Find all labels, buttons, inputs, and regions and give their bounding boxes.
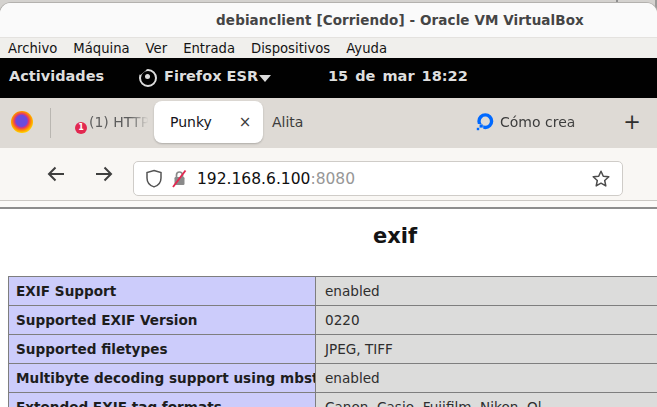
firefox-nav-bar: 192.168.6.100:8080 <box>0 148 657 201</box>
bookmark-star-icon[interactable] <box>591 169 611 189</box>
menu-item-ayuda[interactable]: Ayuda <box>346 41 387 56</box>
shield-icon[interactable] <box>145 169 163 188</box>
close-icon[interactable]: × <box>235 112 255 132</box>
chevron-down-icon <box>259 75 271 82</box>
clock[interactable]: 15 de mar 18:22 <box>328 68 468 84</box>
back-button[interactable] <box>44 162 68 186</box>
table-key: Multibyte decoding support using mbstrin… <box>9 364 316 393</box>
screen: debianclient [Corriendo] - Oracle VM Vir… <box>0 0 657 407</box>
tab-label: (1) HTTP T <box>89 114 151 130</box>
new-tab-button[interactable]: + <box>618 109 646 137</box>
table-value: enabled <box>316 364 657 393</box>
tab-alita[interactable]: Alita <box>266 101 426 143</box>
firefox-tab-bar: 1 (1) HTTP T Punky × Alita Cómo crea <box>0 98 657 148</box>
firefox-logo-icon <box>11 111 33 133</box>
table-row: Extended EXIF tag formats Canon, Casio, … <box>9 393 657 407</box>
gnome-top-bar: Actividades Firefox ESR 15 de mar 18:22 <box>0 58 657 98</box>
url-host: 192.168.6.100 <box>197 170 310 188</box>
notification-badge: 1 <box>75 122 87 134</box>
vbox-titlebar[interactable]: debianclient [Corriendo] - Oracle VM Vir… <box>0 3 657 38</box>
tab-label: Alita <box>272 114 303 130</box>
insecure-lock-icon[interactable] <box>170 169 189 188</box>
table-row: Multibyte decoding support using mbstrin… <box>9 364 657 393</box>
exif-info-table: EXIF Support enabled Supported EXIF Vers… <box>8 276 657 407</box>
table-row: EXIF Support enabled <box>9 277 657 306</box>
table-value: enabled <box>316 277 657 306</box>
tab-punky-active[interactable]: Punky × <box>154 101 263 143</box>
tab-label: Punky <box>170 114 212 130</box>
menu-item-entrada[interactable]: Entrada <box>183 41 235 56</box>
tab-separator <box>50 108 51 138</box>
activities-button[interactable]: Actividades <box>9 68 104 84</box>
menu-item-maquina[interactable]: Máquina <box>73 41 129 56</box>
menu-item-ver[interactable]: Ver <box>146 41 168 56</box>
menu-item-dispositivos[interactable]: Dispositivos <box>251 41 330 56</box>
table-key: Supported filetypes <box>9 335 316 364</box>
digitalocean-icon <box>476 113 494 131</box>
url-text: 192.168.6.100:8080 <box>197 170 355 188</box>
table-value: Canon, Casio, Fujifilm, Nikon, Ol <box>316 393 657 407</box>
browser-bottom-edge <box>0 201 657 209</box>
table-value: JPEG, TIFF <box>316 335 657 364</box>
vbox-menubar: Archivo Máquina Ver Entrada Dispositivos… <box>0 38 657 58</box>
forward-button[interactable] <box>92 162 116 186</box>
menu-item-archivo[interactable]: Archivo <box>8 41 57 56</box>
table-key: EXIF Support <box>9 277 316 306</box>
tab-label: Cómo crea <box>500 114 604 130</box>
table-row: Supported EXIF Version 0220 <box>9 306 657 335</box>
tab-http[interactable]: 1 (1) HTTP T <box>56 101 152 143</box>
url-port: :8080 <box>310 170 355 188</box>
page-title: exif <box>0 224 657 248</box>
app-menu-button[interactable]: Firefox ESR <box>164 68 258 84</box>
table-value: 0220 <box>316 306 657 335</box>
virtualbox-window: debianclient [Corriendo] - Oracle VM Vir… <box>0 3 657 407</box>
table-row: Supported filetypes JPEG, TIFF <box>9 335 657 364</box>
page-content: exif EXIF Support enabled Supported EXIF… <box>0 209 657 407</box>
firefox-symbolic-icon <box>139 69 157 87</box>
table-key: Supported EXIF Version <box>9 306 316 335</box>
tab-como-crear[interactable]: Cómo crea <box>468 101 614 143</box>
vbox-window-title: debianclient [Corriendo] - Oracle VM Vir… <box>120 12 657 28</box>
table-key: Extended EXIF tag formats <box>9 393 316 407</box>
http-tab-favicon: 1 <box>66 114 83 131</box>
url-bar[interactable]: 192.168.6.100:8080 <box>133 161 623 196</box>
